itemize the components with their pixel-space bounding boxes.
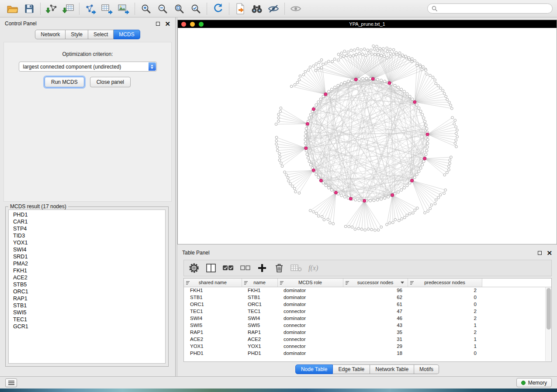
function-builder-button[interactable]: f(x) [307, 264, 318, 272]
save-session-button[interactable] [21, 2, 38, 16]
chevron-down-icon[interactable] [401, 282, 404, 284]
cell-name[interactable]: STB1 [242, 294, 277, 301]
mcds-result-item[interactable]: TID3 [13, 232, 165, 239]
close-panel-icon[interactable]: ✕ [165, 21, 170, 27]
cell-successors[interactable]: 35 [343, 329, 408, 336]
tab-select[interactable]: Select [88, 30, 114, 39]
float-panel-icon[interactable] [156, 22, 160, 26]
import-table-button[interactable] [60, 2, 76, 16]
cell-predecessors[interactable]: 2 [408, 308, 482, 315]
cell-predecessors[interactable]: 0 [408, 294, 482, 301]
search-box[interactable] [427, 3, 553, 14]
memory-button[interactable]: Memory [516, 378, 552, 387]
cell-role[interactable]: connector [277, 336, 343, 343]
close-panel-button[interactable]: Close panel [90, 77, 131, 87]
cell-successors[interactable]: 31 [343, 336, 408, 343]
mcds-result-item[interactable]: RAP1 [13, 295, 165, 302]
sort-icon[interactable] [410, 281, 414, 286]
import-network-button[interactable] [43, 2, 60, 16]
share-document-button[interactable] [232, 2, 249, 16]
float-panel-icon[interactable] [538, 251, 542, 255]
tab-network-table[interactable]: Network Table [370, 364, 414, 374]
cell-name[interactable]: ACE2 [242, 336, 277, 343]
cell-name[interactable]: PHD1 [242, 350, 277, 357]
cell-shared_name[interactable]: ACE2 [184, 336, 242, 343]
node-table-row[interactable]: SWI4SWI4dominator462 [184, 315, 551, 322]
tab-edge-table[interactable]: Edge Table [333, 364, 370, 374]
cell-successors[interactable]: 46 [343, 315, 408, 322]
cell-role[interactable]: connector [277, 343, 343, 350]
search-input[interactable] [440, 6, 548, 12]
column-header-successor-nodes[interactable]: successor nodes [343, 279, 408, 287]
mcds-result-item[interactable]: SWI5 [13, 309, 165, 316]
mcds-result-item[interactable]: FKH1 [13, 267, 165, 274]
node-table-row[interactable]: FKH1FKH1dominator962 [184, 287, 551, 294]
sort-icon[interactable] [186, 281, 190, 286]
cell-name[interactable]: TEC1 [242, 308, 277, 315]
cell-role[interactable]: dominator [277, 315, 343, 322]
cell-successors[interactable]: 18 [343, 350, 408, 357]
column-header-shared-name[interactable]: shared name [184, 279, 242, 287]
export-table-button[interactable] [99, 2, 115, 16]
deselect-all-button[interactable] [239, 261, 252, 275]
column-header-name[interactable]: name [242, 279, 277, 287]
mcds-result-item[interactable]: ACE2 [13, 274, 165, 281]
tab-mcds[interactable]: MCDS [114, 30, 140, 39]
cell-shared_name[interactable]: YOX1 [184, 343, 242, 350]
mcds-result-list[interactable]: PHD1CAR1STP4TID3YOX1SWI4SRD1PMA2FKH1ACE2… [8, 210, 166, 364]
cell-name[interactable]: SWI5 [242, 322, 277, 329]
export-image-button[interactable] [115, 2, 132, 16]
cell-predecessors[interactable]: 1 [408, 322, 482, 329]
cell-predecessors[interactable]: 2 [408, 287, 482, 294]
cell-shared_name[interactable]: STB1 [184, 294, 242, 301]
cell-predecessors[interactable]: 2 [408, 329, 482, 336]
mcds-result-item[interactable]: SRD1 [13, 253, 165, 260]
status-menu-button[interactable] [5, 378, 17, 387]
cell-successors[interactable]: 96 [343, 287, 408, 294]
tab-style[interactable]: Style [66, 30, 88, 39]
network-graph[interactable] [178, 28, 557, 244]
cell-successors[interactable]: 61 [343, 301, 408, 308]
apply-layout-button[interactable] [210, 2, 226, 16]
tab-network[interactable]: Network [35, 30, 66, 39]
sort-icon[interactable] [280, 281, 284, 286]
cell-predecessors[interactable]: 0 [408, 350, 482, 357]
cell-role[interactable]: dominator [277, 350, 343, 357]
export-network-button[interactable] [82, 2, 99, 16]
column-header-predecessor-nodes[interactable]: predecessor nodes [408, 279, 482, 287]
mcds-result-item[interactable]: ORC1 [13, 288, 165, 295]
node-table-row[interactable]: TEC1TEC1connector472 [184, 308, 551, 315]
delete-column-button[interactable] [273, 261, 286, 275]
sort-icon[interactable] [244, 281, 248, 286]
mcds-result-item[interactable]: CAR1 [13, 218, 165, 225]
hide-selected-button[interactable] [265, 2, 282, 16]
cell-role[interactable]: dominator [277, 301, 343, 308]
node-table-row[interactable]: STB1STB1dominator620 [184, 294, 551, 301]
select-all-button[interactable] [221, 261, 235, 275]
cell-successors[interactable]: 62 [343, 294, 408, 301]
node-table-row[interactable]: ORC1ORC1dominator610 [184, 301, 551, 308]
cell-role[interactable]: dominator [277, 329, 343, 336]
cell-shared_name[interactable]: ORC1 [184, 301, 242, 308]
cell-name[interactable]: SWI4 [242, 315, 277, 322]
select-stepper-icon[interactable] [149, 62, 156, 71]
cell-predecessors[interactable]: 1 [408, 343, 482, 350]
node-table-row[interactable]: YOX1YOX1connector291 [184, 343, 551, 350]
cell-successors[interactable]: 29 [343, 343, 408, 350]
cell-shared_name[interactable]: TEC1 [184, 308, 242, 315]
optimization-criterion-select[interactable]: largest connected component (undirected) [19, 62, 157, 72]
node-table-row[interactable]: ACE2ACE2connector311 [184, 336, 551, 343]
delete-table-button[interactable] [290, 261, 303, 275]
mcds-result-item[interactable]: YOX1 [13, 239, 165, 246]
zoom-out-button[interactable] [154, 2, 171, 16]
cell-role[interactable]: connector [277, 322, 343, 329]
cell-shared_name[interactable]: FKH1 [184, 287, 242, 294]
cell-successors[interactable]: 43 [343, 322, 408, 329]
node-table-row[interactable]: SWI5SWI5connector431 [184, 322, 551, 329]
add-column-button[interactable] [256, 261, 269, 275]
show-columns-button[interactable] [204, 261, 218, 275]
network-canvas[interactable] [178, 28, 557, 244]
mcds-result-item[interactable]: PHD1 [13, 211, 165, 218]
tab-node-table[interactable]: Node Table [295, 364, 333, 374]
tab-motifs[interactable]: Motifs [414, 364, 439, 374]
